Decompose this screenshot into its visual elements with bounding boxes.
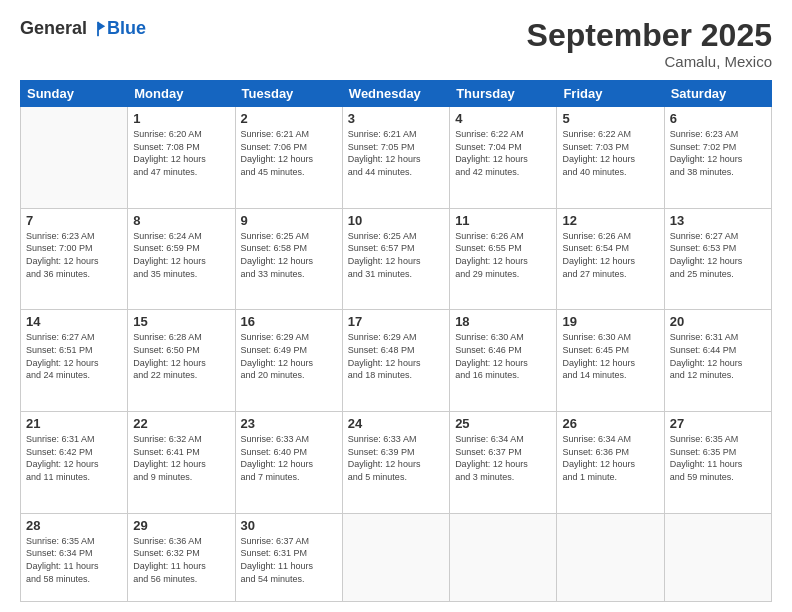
calendar-cell [664, 513, 771, 601]
weekday-header-sunday: Sunday [21, 81, 128, 107]
day-info: Sunrise: 6:30 AMSunset: 6:45 PMDaylight:… [562, 331, 658, 381]
calendar-week-row: 14Sunrise: 6:27 AMSunset: 6:51 PMDayligh… [21, 310, 772, 412]
day-number: 12 [562, 213, 658, 228]
day-info: Sunrise: 6:29 AMSunset: 6:49 PMDaylight:… [241, 331, 337, 381]
day-number: 5 [562, 111, 658, 126]
day-number: 15 [133, 314, 229, 329]
calendar-cell: 11Sunrise: 6:26 AMSunset: 6:55 PMDayligh… [450, 208, 557, 310]
day-info: Sunrise: 6:37 AMSunset: 6:31 PMDaylight:… [241, 535, 337, 585]
day-info: Sunrise: 6:34 AMSunset: 6:37 PMDaylight:… [455, 433, 551, 483]
day-info: Sunrise: 6:35 AMSunset: 6:34 PMDaylight:… [26, 535, 122, 585]
calendar-week-row: 21Sunrise: 6:31 AMSunset: 6:42 PMDayligh… [21, 412, 772, 514]
weekday-header-saturday: Saturday [664, 81, 771, 107]
calendar-cell: 3Sunrise: 6:21 AMSunset: 7:05 PMDaylight… [342, 107, 449, 209]
day-info: Sunrise: 6:31 AMSunset: 6:44 PMDaylight:… [670, 331, 766, 381]
weekday-header-thursday: Thursday [450, 81, 557, 107]
day-info: Sunrise: 6:28 AMSunset: 6:50 PMDaylight:… [133, 331, 229, 381]
day-number: 28 [26, 518, 122, 533]
calendar-cell: 27Sunrise: 6:35 AMSunset: 6:35 PMDayligh… [664, 412, 771, 514]
calendar-cell: 29Sunrise: 6:36 AMSunset: 6:32 PMDayligh… [128, 513, 235, 601]
page: General Blue September 2025 Camalu, Mexi… [0, 0, 792, 612]
day-info: Sunrise: 6:34 AMSunset: 6:36 PMDaylight:… [562, 433, 658, 483]
day-number: 29 [133, 518, 229, 533]
calendar-cell [342, 513, 449, 601]
calendar-cell: 7Sunrise: 6:23 AMSunset: 7:00 PMDaylight… [21, 208, 128, 310]
day-number: 1 [133, 111, 229, 126]
calendar-cell: 8Sunrise: 6:24 AMSunset: 6:59 PMDaylight… [128, 208, 235, 310]
day-number: 3 [348, 111, 444, 126]
day-number: 25 [455, 416, 551, 431]
calendar-cell: 21Sunrise: 6:31 AMSunset: 6:42 PMDayligh… [21, 412, 128, 514]
calendar-cell [450, 513, 557, 601]
day-info: Sunrise: 6:25 AMSunset: 6:57 PMDaylight:… [348, 230, 444, 280]
day-number: 9 [241, 213, 337, 228]
calendar-cell: 4Sunrise: 6:22 AMSunset: 7:04 PMDaylight… [450, 107, 557, 209]
calendar-cell: 15Sunrise: 6:28 AMSunset: 6:50 PMDayligh… [128, 310, 235, 412]
calendar-cell: 30Sunrise: 6:37 AMSunset: 6:31 PMDayligh… [235, 513, 342, 601]
calendar-cell: 16Sunrise: 6:29 AMSunset: 6:49 PMDayligh… [235, 310, 342, 412]
weekday-header-monday: Monday [128, 81, 235, 107]
calendar-cell: 23Sunrise: 6:33 AMSunset: 6:40 PMDayligh… [235, 412, 342, 514]
day-info: Sunrise: 6:27 AMSunset: 6:51 PMDaylight:… [26, 331, 122, 381]
day-number: 22 [133, 416, 229, 431]
location-text: Camalu, Mexico [527, 53, 772, 70]
calendar-cell: 13Sunrise: 6:27 AMSunset: 6:53 PMDayligh… [664, 208, 771, 310]
day-info: Sunrise: 6:33 AMSunset: 6:40 PMDaylight:… [241, 433, 337, 483]
day-number: 10 [348, 213, 444, 228]
day-number: 27 [670, 416, 766, 431]
day-info: Sunrise: 6:27 AMSunset: 6:53 PMDaylight:… [670, 230, 766, 280]
calendar-cell: 5Sunrise: 6:22 AMSunset: 7:03 PMDaylight… [557, 107, 664, 209]
calendar-cell: 6Sunrise: 6:23 AMSunset: 7:02 PMDaylight… [664, 107, 771, 209]
day-info: Sunrise: 6:35 AMSunset: 6:35 PMDaylight:… [670, 433, 766, 483]
logo: General Blue [20, 18, 146, 39]
svg-marker-0 [98, 21, 105, 30]
calendar-cell: 19Sunrise: 6:30 AMSunset: 6:45 PMDayligh… [557, 310, 664, 412]
day-info: Sunrise: 6:21 AMSunset: 7:05 PMDaylight:… [348, 128, 444, 178]
weekday-header-tuesday: Tuesday [235, 81, 342, 107]
day-number: 20 [670, 314, 766, 329]
day-number: 17 [348, 314, 444, 329]
calendar-week-row: 28Sunrise: 6:35 AMSunset: 6:34 PMDayligh… [21, 513, 772, 601]
calendar-week-row: 7Sunrise: 6:23 AMSunset: 7:00 PMDaylight… [21, 208, 772, 310]
calendar-cell: 17Sunrise: 6:29 AMSunset: 6:48 PMDayligh… [342, 310, 449, 412]
day-info: Sunrise: 6:33 AMSunset: 6:39 PMDaylight:… [348, 433, 444, 483]
day-info: Sunrise: 6:22 AMSunset: 7:03 PMDaylight:… [562, 128, 658, 178]
calendar-cell [21, 107, 128, 209]
day-info: Sunrise: 6:36 AMSunset: 6:32 PMDaylight:… [133, 535, 229, 585]
weekday-header-wednesday: Wednesday [342, 81, 449, 107]
day-number: 14 [26, 314, 122, 329]
calendar-cell: 26Sunrise: 6:34 AMSunset: 6:36 PMDayligh… [557, 412, 664, 514]
logo-blue-text: Blue [107, 18, 146, 39]
header: General Blue September 2025 Camalu, Mexi… [20, 18, 772, 70]
day-number: 26 [562, 416, 658, 431]
day-info: Sunrise: 6:24 AMSunset: 6:59 PMDaylight:… [133, 230, 229, 280]
svg-rect-1 [97, 21, 99, 35]
calendar-cell: 9Sunrise: 6:25 AMSunset: 6:58 PMDaylight… [235, 208, 342, 310]
calendar-cell: 22Sunrise: 6:32 AMSunset: 6:41 PMDayligh… [128, 412, 235, 514]
calendar-cell: 14Sunrise: 6:27 AMSunset: 6:51 PMDayligh… [21, 310, 128, 412]
day-number: 19 [562, 314, 658, 329]
day-info: Sunrise: 6:31 AMSunset: 6:42 PMDaylight:… [26, 433, 122, 483]
title-section: September 2025 Camalu, Mexico [527, 18, 772, 70]
calendar-cell [557, 513, 664, 601]
day-number: 13 [670, 213, 766, 228]
day-info: Sunrise: 6:26 AMSunset: 6:54 PMDaylight:… [562, 230, 658, 280]
calendar-cell: 10Sunrise: 6:25 AMSunset: 6:57 PMDayligh… [342, 208, 449, 310]
day-info: Sunrise: 6:25 AMSunset: 6:58 PMDaylight:… [241, 230, 337, 280]
calendar-cell: 24Sunrise: 6:33 AMSunset: 6:39 PMDayligh… [342, 412, 449, 514]
day-info: Sunrise: 6:21 AMSunset: 7:06 PMDaylight:… [241, 128, 337, 178]
calendar-cell: 1Sunrise: 6:20 AMSunset: 7:08 PMDaylight… [128, 107, 235, 209]
day-number: 30 [241, 518, 337, 533]
day-number: 11 [455, 213, 551, 228]
day-number: 8 [133, 213, 229, 228]
day-info: Sunrise: 6:23 AMSunset: 7:02 PMDaylight:… [670, 128, 766, 178]
calendar-cell: 18Sunrise: 6:30 AMSunset: 6:46 PMDayligh… [450, 310, 557, 412]
day-number: 18 [455, 314, 551, 329]
day-number: 24 [348, 416, 444, 431]
day-number: 7 [26, 213, 122, 228]
month-title: September 2025 [527, 18, 772, 53]
day-info: Sunrise: 6:29 AMSunset: 6:48 PMDaylight:… [348, 331, 444, 381]
day-info: Sunrise: 6:30 AMSunset: 6:46 PMDaylight:… [455, 331, 551, 381]
day-info: Sunrise: 6:26 AMSunset: 6:55 PMDaylight:… [455, 230, 551, 280]
weekday-header-row: SundayMondayTuesdayWednesdayThursdayFrid… [21, 81, 772, 107]
